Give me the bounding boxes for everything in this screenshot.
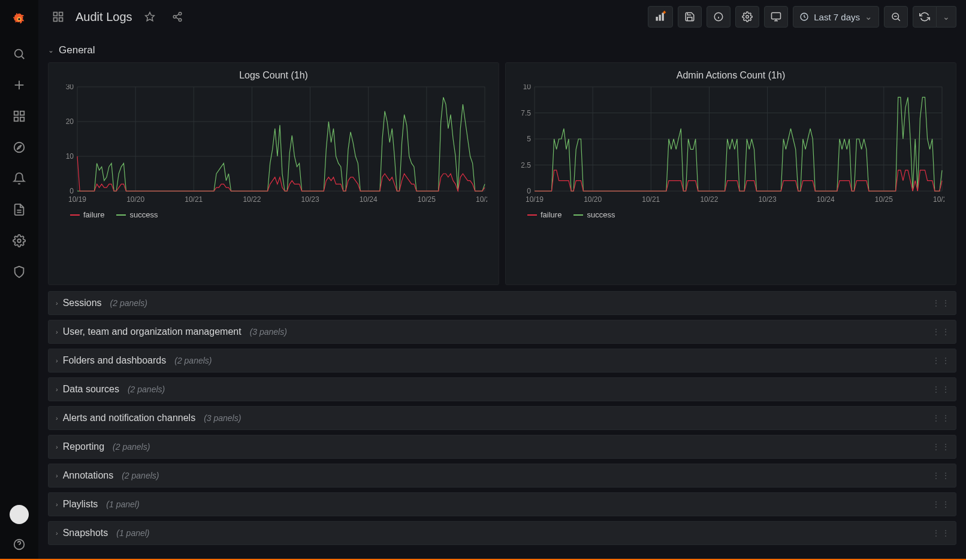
configuration-icon[interactable] bbox=[7, 229, 31, 253]
row-title: Reporting bbox=[63, 441, 104, 452]
save-button[interactable] bbox=[678, 6, 702, 28]
legend-failure[interactable]: failure bbox=[527, 210, 562, 219]
panel-admin-actions[interactable]: Admin Actions Count (1h) 02.557.51010/19… bbox=[505, 62, 956, 285]
dashboards-icon[interactable] bbox=[7, 104, 31, 128]
drag-handle-icon[interactable]: ⋮⋮ bbox=[932, 528, 951, 538]
row-title: Snapshots bbox=[63, 528, 108, 538]
cycle-view-button[interactable] bbox=[764, 6, 788, 28]
drag-handle-icon[interactable]: ⋮⋮ bbox=[932, 327, 951, 337]
svg-text:30: 30 bbox=[66, 84, 74, 91]
time-range-label: Last 7 days bbox=[814, 12, 860, 22]
dashboards-icon[interactable] bbox=[48, 7, 68, 27]
svg-point-1 bbox=[18, 18, 20, 20]
row-panel-count: (1 panel) bbox=[106, 500, 139, 509]
chevron-down-icon: ⌄ bbox=[48, 46, 54, 55]
svg-marker-11 bbox=[17, 145, 21, 149]
row-title: Sessions bbox=[63, 298, 102, 308]
row-collapsed[interactable]: › Playlists (1 panel) ⋮⋮ bbox=[48, 492, 956, 516]
star-icon[interactable] bbox=[140, 7, 160, 27]
row-collapsed[interactable]: › Annotations (2 panels) ⋮⋮ bbox=[48, 464, 956, 488]
row-title: Folders and dashboards bbox=[63, 355, 167, 366]
svg-rect-18 bbox=[59, 13, 63, 16]
svg-rect-9 bbox=[20, 117, 24, 121]
svg-rect-28 bbox=[659, 15, 661, 21]
row-collapsed[interactable]: › Reporting (2 panels) ⋮⋮ bbox=[48, 435, 956, 459]
svg-line-41 bbox=[898, 19, 899, 20]
time-picker[interactable]: Last 7 days ⌄ bbox=[793, 6, 879, 28]
svg-text:10/24: 10/24 bbox=[360, 195, 378, 204]
chevron-right-icon: › bbox=[56, 414, 58, 422]
refresh-interval-button[interactable]: ⌄ bbox=[937, 6, 956, 28]
settings-button[interactable] bbox=[735, 6, 759, 28]
svg-text:2.5: 2.5 bbox=[521, 161, 531, 169]
svg-line-3 bbox=[22, 56, 24, 59]
row-collapsed[interactable]: › Alerts and notification channels (3 pa… bbox=[48, 406, 956, 430]
drag-handle-icon[interactable]: ⋮⋮ bbox=[932, 442, 951, 452]
svg-text:10/23: 10/23 bbox=[301, 195, 319, 204]
chart[interactable]: 010203010/1910/2010/2110/2210/2310/2410/… bbox=[56, 84, 487, 204]
chart[interactable]: 02.557.51010/1910/2010/2110/2210/2310/24… bbox=[513, 84, 944, 204]
refresh-button[interactable] bbox=[913, 6, 937, 28]
svg-rect-20 bbox=[59, 18, 63, 22]
chevron-right-icon: › bbox=[56, 501, 58, 508]
legend-success[interactable]: success bbox=[573, 210, 615, 219]
svg-text:10/23: 10/23 bbox=[759, 195, 777, 204]
drag-handle-icon[interactable]: ⋮⋮ bbox=[932, 356, 951, 365]
legend-failure[interactable]: failure bbox=[70, 210, 104, 219]
row-collapsed[interactable]: › Sessions (2 panels) ⋮⋮ bbox=[48, 291, 956, 315]
drag-handle-icon[interactable]: ⋮⋮ bbox=[932, 413, 951, 423]
svg-point-2 bbox=[15, 50, 23, 57]
panel-logs-count[interactable]: Logs Count (1h) 010203010/1910/2010/2110… bbox=[48, 62, 499, 285]
row-panel-count: (2 panels) bbox=[174, 356, 212, 365]
row-collapsed[interactable]: › Folders and dashboards (2 panels) ⋮⋮ bbox=[48, 349, 956, 373]
row-panel-count: (2 panels) bbox=[110, 298, 147, 308]
row-panel-count: (1 panel) bbox=[116, 528, 149, 538]
legend-success[interactable]: success bbox=[116, 210, 158, 219]
svg-line-25 bbox=[176, 17, 179, 19]
add-panel-button[interactable] bbox=[648, 6, 673, 28]
svg-text:10/22: 10/22 bbox=[700, 195, 718, 204]
alerting-icon[interactable] bbox=[7, 167, 31, 190]
svg-line-26 bbox=[176, 14, 179, 16]
share-icon[interactable] bbox=[167, 7, 188, 27]
info-button[interactable] bbox=[707, 6, 730, 28]
chevron-right-icon: › bbox=[56, 386, 58, 393]
search-icon[interactable] bbox=[7, 42, 31, 66]
chevron-right-icon: › bbox=[56, 443, 58, 450]
svg-text:10/22: 10/22 bbox=[243, 195, 261, 204]
drag-handle-icon[interactable]: ⋮⋮ bbox=[932, 471, 951, 480]
drag-handle-icon[interactable]: ⋮⋮ bbox=[932, 298, 951, 308]
row-panel-count: (2 panels) bbox=[128, 385, 165, 394]
server-admin-icon[interactable] bbox=[7, 260, 31, 284]
dashboard-content: ⌄ General Logs Count (1h) 010203010/1910… bbox=[38, 34, 966, 560]
drag-handle-icon[interactable]: ⋮⋮ bbox=[932, 385, 951, 394]
svg-point-10 bbox=[14, 143, 25, 153]
svg-marker-21 bbox=[145, 13, 154, 21]
chevron-right-icon: › bbox=[56, 357, 58, 364]
svg-point-14 bbox=[17, 239, 21, 243]
svg-text:10/19: 10/19 bbox=[68, 195, 86, 204]
explore-icon[interactable] bbox=[7, 135, 31, 159]
svg-point-22 bbox=[179, 13, 182, 16]
avatar[interactable] bbox=[10, 505, 29, 524]
chevron-down-icon: ⌄ bbox=[943, 12, 950, 22]
svg-point-24 bbox=[179, 19, 182, 22]
row-collapsed[interactable]: › Data sources (2 panels) ⋮⋮ bbox=[48, 377, 956, 401]
zoom-out-button[interactable] bbox=[884, 6, 908, 28]
svg-rect-7 bbox=[20, 111, 24, 115]
plus-icon[interactable] bbox=[7, 73, 31, 97]
help-icon[interactable] bbox=[7, 532, 31, 556]
svg-text:10/25: 10/25 bbox=[418, 195, 436, 204]
page-title[interactable]: Audit Logs bbox=[76, 10, 132, 24]
svg-rect-8 bbox=[14, 117, 18, 121]
row-collapsed[interactable]: › Snapshots (1 panel) ⋮⋮ bbox=[48, 521, 956, 545]
grafana-logo[interactable] bbox=[10, 10, 29, 29]
svg-text:5: 5 bbox=[527, 135, 531, 143]
svg-text:10/21: 10/21 bbox=[185, 195, 203, 204]
row-collapsed[interactable]: › User, team and organization management… bbox=[48, 320, 956, 344]
svg-rect-17 bbox=[54, 13, 58, 16]
reports-icon[interactable] bbox=[7, 198, 31, 222]
row-general[interactable]: ⌄ General bbox=[48, 38, 956, 62]
drag-handle-icon[interactable]: ⋮⋮ bbox=[932, 500, 951, 509]
panel-title: Admin Actions Count (1h) bbox=[513, 68, 949, 84]
